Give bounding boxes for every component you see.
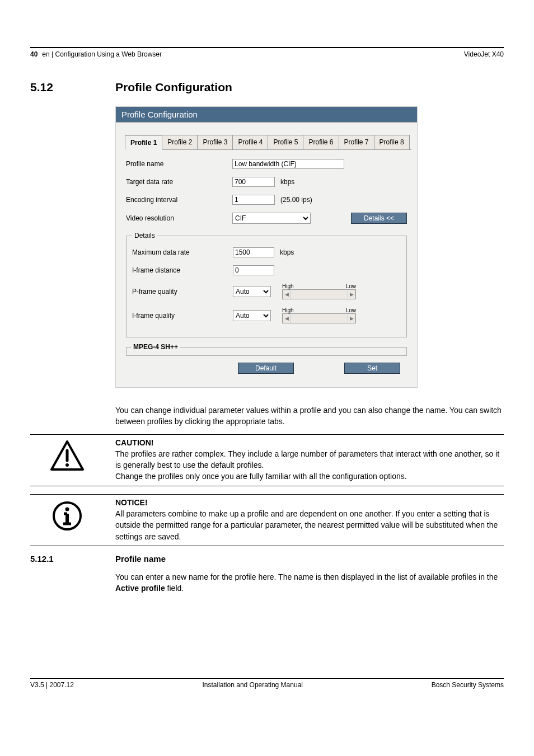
config-panel: Profile Configuration Profile 1 Profile … <box>115 106 418 388</box>
subsection-number: 5.12.1 <box>30 554 115 564</box>
arrow-left-icon[interactable]: ◀ <box>283 290 291 299</box>
footer-company: Bosch Security Systems <box>432 681 504 689</box>
max-rate-label: Maximum data rate <box>132 248 233 256</box>
active-profile-ref: Active profile <box>115 584 165 593</box>
arrow-right-icon[interactable]: ▶ <box>348 314 355 323</box>
iframe-q-select[interactable]: Auto <box>233 310 271 321</box>
details-button[interactable]: Details << <box>351 213 407 224</box>
tab-profile-6[interactable]: Profile 6 <box>303 135 339 149</box>
caution-line2: Change the profiles only once you are fu… <box>115 471 504 482</box>
section-number: 5.12 <box>30 81 115 94</box>
arrow-left-icon[interactable]: ◀ <box>283 314 291 323</box>
max-rate-input[interactable] <box>233 247 274 257</box>
pframe-q-label: P-frame quality <box>132 288 233 295</box>
svg-point-2 <box>65 463 69 467</box>
page-header: 40 en | Configuration Using a Web Browse… <box>30 47 504 58</box>
slider-high-label: High <box>282 283 294 289</box>
target-rate-input[interactable] <box>232 177 275 187</box>
tab-profile-5[interactable]: Profile 5 <box>268 135 303 149</box>
svg-point-4 <box>65 507 69 511</box>
notice-text: All parameters combine to make up a prof… <box>115 508 504 542</box>
max-rate-unit: kbps <box>280 248 294 256</box>
tab-profile-3[interactable]: Profile 3 <box>197 135 233 149</box>
target-rate-label: Target data rate <box>126 178 232 186</box>
iframe-dist-input[interactable] <box>233 265 274 275</box>
page-footer: V3.5 | 2007.12 Installation and Operatin… <box>30 678 504 689</box>
encoding-interval-label: Encoding interval <box>126 196 232 204</box>
mpeg-legend: MPEG-4 SH++ <box>131 343 180 351</box>
video-res-label: Video resolution <box>126 214 232 222</box>
subsection-text-c: field. <box>165 584 184 593</box>
pframe-q-select[interactable]: Auto <box>233 286 271 297</box>
details-legend: Details <box>132 232 157 240</box>
product-name: VideoJet X40 <box>464 50 504 58</box>
slider-low-label-2: Low <box>346 307 356 313</box>
tab-profile-8[interactable]: Profile 8 <box>374 135 410 149</box>
info-icon <box>30 497 104 532</box>
mpeg-fieldset: MPEG-4 SH++ <box>126 343 407 356</box>
footer-version: V3.5 | 2007.12 <box>30 681 74 689</box>
warning-icon <box>30 437 104 471</box>
details-fieldset: Details Maximum data rate kbps I-frame d… <box>126 232 407 337</box>
caution-line1: The profiles are rather complex. They in… <box>115 448 504 471</box>
encoding-interval-input[interactable] <box>232 195 275 205</box>
iframe-dist-label: I-frame distance <box>132 266 233 274</box>
arrow-right-icon[interactable]: ▶ <box>348 290 355 299</box>
tab-profile-4[interactable]: Profile 4 <box>232 135 268 149</box>
set-button[interactable]: Set <box>344 363 400 374</box>
subsection-title: Profile name <box>115 554 166 564</box>
caution-block: CAUTION! The profiles are rather complex… <box>30 437 504 482</box>
slider-high-label-2: High <box>282 307 294 313</box>
tab-profile-7[interactable]: Profile 7 <box>339 135 374 149</box>
encoding-interval-note: (25.00 ips) <box>280 196 312 204</box>
intro-paragraph: You can change individual parameter valu… <box>115 405 504 428</box>
target-rate-unit: kbps <box>280 178 294 186</box>
caution-head: CAUTION! <box>115 437 504 448</box>
notice-head: NOTICE! <box>115 497 504 508</box>
iframe-q-label: I-frame quality <box>132 312 233 320</box>
video-res-select[interactable]: CIF <box>232 213 311 224</box>
subsection-paragraph: You can enter a new name for the profile… <box>115 571 504 594</box>
notice-block: NOTICE! All parameters combine to make u… <box>30 497 504 542</box>
slider-low-label: Low <box>346 283 356 289</box>
profile-name-label: Profile name <box>126 160 232 168</box>
panel-title: Profile Configuration <box>116 107 417 123</box>
tab-profile-1[interactable]: Profile 1 <box>125 135 162 150</box>
profile-name-input[interactable] <box>232 159 344 169</box>
pframe-slider[interactable]: ◀ ▶ <box>282 289 356 299</box>
footer-doc-title: Installation and Operating Manual <box>203 681 303 689</box>
section-title: Profile Configuration <box>115 81 232 94</box>
profile-tabs: Profile 1 Profile 2 Profile 3 Profile 4 … <box>125 135 411 150</box>
default-button[interactable]: Default <box>238 363 294 374</box>
tab-profile-2[interactable]: Profile 2 <box>162 135 198 149</box>
subsection-text-a: You can enter a new name for the profile… <box>115 572 498 581</box>
page-number: 40 <box>30 50 38 58</box>
iframe-slider[interactable]: ◀ ▶ <box>282 313 356 323</box>
breadcrumb: en | Configuration Using a Web Browser <box>42 50 162 58</box>
